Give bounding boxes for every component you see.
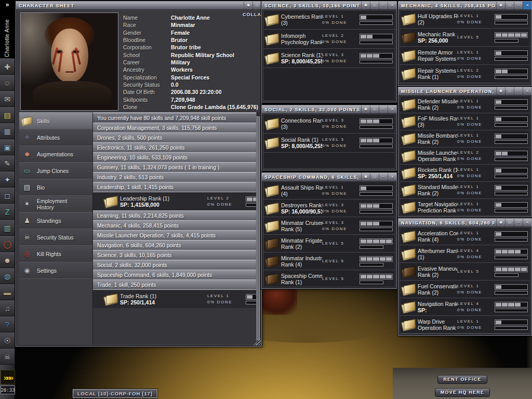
compact-icon[interactable]: ◎ [370,2,379,9]
close-icon[interactable]: ✕ [388,2,396,9]
wallet-icon[interactable]: Z [0,204,15,220]
compact-icon[interactable]: ◎ [370,173,379,181]
expand-neocom-icon[interactable]: » [0,0,15,8]
minimize-icon[interactable]: − [514,87,523,95]
tab-attributes[interactable]: ✧Attributes [19,129,92,146]
skill-row[interactable]: Evasive ManeuveringRank (2)LEVEL 5 [400,263,530,281]
skill-group-row[interactable]: Spaceship Command, 6 skills, 1,849,000 p… [93,270,257,280]
minimize-icon[interactable]: − [379,2,388,9]
tab-standings[interactable]: ♟Standings [19,212,92,229]
skill-list-scrollbar[interactable] [256,112,260,344]
items-icon[interactable]: ◻ [0,188,15,204]
skill-group-row[interactable]: Missile Launcher Operation, 7 skills, 4,… [93,230,257,240]
pin-icon[interactable]: ✱ [361,105,370,113]
skill-row[interactable]: Defender MissilesRank (2)LEVEL 10% DONE [400,96,530,113]
market-icon[interactable]: ▥ [0,220,15,236]
world-map-icon[interactable]: ◍ [0,268,15,284]
help-ring-icon[interactable]: ◯ [0,236,15,252]
tab-augmentations[interactable]: ☻Augmentations [19,146,92,163]
window-titlebar[interactable]: SCIENCE, 3 SKILLS, 10,165 POINTS✱◎−✕ [262,2,396,10]
skill-group-row[interactable]: Social, 2 skills, 32,000 points [93,260,257,270]
info-help-icon[interactable]: ? [0,316,15,332]
skill-row[interactable]: Fuel ConservationRank (2)LEVEL 10% DONE [400,281,530,298]
pin-icon[interactable]: ✱ [496,219,505,227]
skill-group-row[interactable]: Learning, 11 skills, 2,214,825 points [93,210,257,220]
minimize-icon[interactable]: − [514,2,523,9]
expanded-skill-row[interactable]: Leadership Rank (1)SP: 1,415/8,000LEVEL … [93,192,257,210]
chat-channel-tab[interactable]: LOCAL [10]-CORP-FOH [17] [73,389,157,398]
skill-row[interactable]: Destroyers Rank (2)SP: 16,000/90,510LEVE… [263,200,395,217]
move-hq-here-button[interactable]: MOVE HQ HERE [435,388,490,397]
skill-group-row[interactable]: Drones, 2 skills, 500 points [93,132,257,142]
scrollbar-handle[interactable] [257,116,260,340]
minimize-icon[interactable]: − [514,219,523,227]
skill-row[interactable]: FoF Missiles Rank(3)LEVEL 10% DONE [400,113,530,130]
skill-group-row[interactable]: Engineering, 10 skills, 533,109 points [93,152,257,162]
tab-employment-history[interactable]: ✶Employment History [19,196,92,212]
compact-icon[interactable]: ◎ [370,105,379,113]
insurance-icon[interactable]: ☠ [0,349,15,365]
character-sheet-titlebar[interactable]: CHARACTER SHEET ✱◎ [16,2,261,10]
minimize-icon[interactable]: − [379,105,388,113]
skill-row[interactable]: Assault Ships Rank(4)LEVEL 10% DONE [263,182,395,200]
skill-row[interactable]: Target NavigationPrediction Rank (2)LEVE… [400,199,530,216]
tab-kill-rights[interactable]: ◎Kill Rights [19,246,92,262]
compact-icon[interactable]: ◎ [252,2,261,9]
market-quickbar-icon[interactable]: ▦ [0,123,15,139]
pin-icon[interactable]: ✱ [496,87,505,95]
skill-group-row[interactable]: Trade, 1 skill, 250 points [93,280,257,289]
skill-row[interactable]: Spaceship CommandRank (1)LEVEL 5 [263,270,395,287]
skill-row[interactable]: Minmatar FrigateRank (2)LEVEL 5 [263,235,395,252]
character-sheet-icon[interactable]: ✚ [0,59,15,75]
skill-group-row[interactable]: Science, 3 skills, 10,165 points [93,250,257,260]
channels-icon[interactable]: ☻ [0,252,15,268]
skill-row[interactable]: Mechanic Rank (1)SP: 256,000LEVEL 5 [400,29,530,47]
assets-icon[interactable]: ▣ [0,139,15,155]
tab-security-status[interactable]: ☠Security Status [19,229,92,246]
skill-group-row[interactable]: Navigation, 6 skills, 604,260 points [93,240,257,250]
notepad-icon[interactable]: ▤ [0,107,15,123]
skill-group-row[interactable]: Corporation Management, 3 skills, 115,75… [93,123,257,132]
pin-icon[interactable]: ✱ [244,2,252,9]
skill-row[interactable]: Social Rank (1)SP: 8,000/45,255LEVEL 30%… [263,134,395,153]
expanded-skill-row[interactable]: Trade Rank (1)SP: 250/1,414LEVEL 10% DON… [93,289,257,308]
skill-row[interactable]: Minmatar IndustrialRank (4)LEVEL 5 [263,252,395,270]
mail-icon[interactable]: ✉ [0,91,15,107]
close-icon[interactable]: ✕ [388,105,396,113]
skill-row[interactable]: Afterburner Rank(1)LEVEL 40% DONE [400,245,530,263]
tab-bio[interactable]: ▤Bio [19,179,92,196]
skill-group-row[interactable]: Leadership, 1 skill, 1,415 points [93,182,257,192]
skill-group-row[interactable]: Industry, 2 skills, 513 points [93,172,257,182]
close-icon[interactable]: ✕ [523,2,531,9]
recustomization-icon[interactable]: ☉ [0,332,15,349]
close-icon[interactable]: ✕ [523,219,531,227]
skill-group-row[interactable]: Mechanic, 4 skills, 258,415 points [93,220,257,230]
close-icon[interactable]: ✕ [388,173,396,181]
window-titlebar[interactable]: MISSILE LAUNCHER OPERATION, 7 SKILLS, 4,… [398,87,531,96]
logs-icon[interactable]: ▬ [0,284,15,300]
window-titlebar[interactable]: MECHANIC, 4 SKILLS, 258,415 POINTS✱◎−✕ [398,2,531,10]
skill-row[interactable]: Remote ArmorRepair SystemsLEVEL 10% DONE [400,47,530,65]
skill-row[interactable]: Connections Rank(3)LEVEL 30% DONE [263,114,395,134]
skill-row[interactable]: Rockets Rank (1)SP: 250/1,414LEVEL 10% D… [400,165,530,182]
skill-row[interactable]: Standard MissilesRank (2)LEVEL 10% DONE [400,182,530,199]
skill-row[interactable]: Minmatar CruiserRank (5)LEVEL 30% DONE [263,217,395,235]
compact-icon[interactable]: ◎ [505,2,514,9]
audio-icon[interactable]: ♫ [0,300,15,316]
skill-row[interactable]: Missile BombardmentRank (2)LEVEL 10% DON… [400,130,530,148]
rent-office-button[interactable]: RENT OFFICE [437,375,487,384]
minimize-icon[interactable]: − [379,173,388,181]
skill-row[interactable]: Warp DriveOperation Rank (1)LEVEL 10% DO… [400,316,530,334]
skill-row[interactable]: Missile LauncherOperation Rank (1)LEVEL … [400,148,530,165]
skill-group-row[interactable]: Electronics, 11 skills, 261,250 points [93,142,257,152]
neocom-overflow-chevrons-icon[interactable]: »»» [1,370,15,384]
skill-row[interactable]: Science Rank (1)SP: 8,000/45,255LEVEL 30… [263,49,395,68]
window-titlebar[interactable]: NAVIGATION, 6 SKILLS, 604,260 POINTS✱◎−✕ [398,219,531,227]
skill-row[interactable]: Hull Upgrades Rank(2)LEVEL 10% DONE [400,10,530,29]
people-and-places-icon[interactable]: ☺ [0,75,15,91]
pin-icon[interactable]: ✱ [361,2,370,9]
pin-icon[interactable]: ✱ [496,2,505,9]
skill-row[interactable]: InfomorphPsychology RankLEVEL 20% DONE [263,30,395,49]
window-titlebar[interactable]: SPACESHIP COMMAND, 6 SKILLS, 1,849,000 P… [262,173,396,181]
journal-icon[interactable]: ✎ [0,155,15,171]
